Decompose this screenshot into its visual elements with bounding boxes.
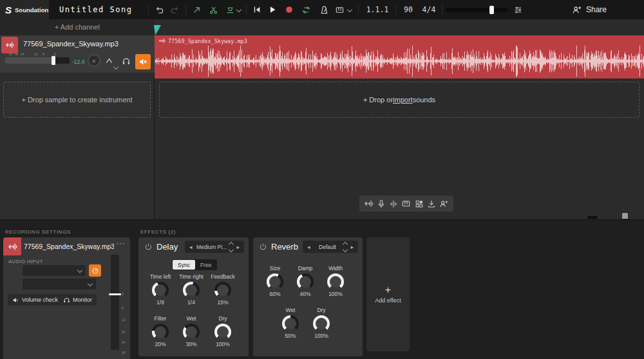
automation-dropdown-button[interactable]	[114, 60, 118, 71]
redo-button[interactable]	[167, 3, 182, 17]
drop-sounds-zone[interactable]: + Drop or import sounds	[159, 82, 639, 118]
knob-label: Dry	[208, 315, 238, 323]
record-mic-button[interactable]	[377, 199, 386, 208]
time-signature[interactable]: 4/4	[419, 0, 439, 19]
knob-dial[interactable]	[282, 315, 299, 332]
reverb-power-button[interactable]	[259, 243, 267, 251]
delay-wet-knob[interactable]: Wet 30%	[176, 315, 206, 349]
tool-dropdown-button[interactable]	[234, 3, 243, 17]
song-title[interactable]: Untitled Song	[54, 0, 132, 19]
chevron-up-icon	[343, 241, 348, 246]
automation-button[interactable]	[105, 57, 113, 65]
delay-time-left-knob[interactable]: Time left 1/8	[146, 273, 175, 307]
soundation-logo[interactable]: S Soundation	[0, 0, 49, 19]
reverb-damp-knob[interactable]: Damp 40%	[290, 265, 320, 299]
pan-knob[interactable]: c	[88, 54, 100, 67]
piano-roll-button[interactable]	[332, 3, 346, 17]
preset-prev-button[interactable]: ◂	[188, 244, 194, 250]
delay-preset-name[interactable]: Medium Pi...	[196, 244, 228, 250]
input-monitor-button[interactable]	[89, 264, 101, 277]
skip-to-start-button[interactable]	[250, 3, 264, 17]
grid-dropdown-button[interactable]	[345, 3, 354, 17]
knob-dial[interactable]	[327, 273, 344, 290]
playhead-marker[interactable]	[153, 25, 162, 35]
reverb-wet-knob[interactable]: Wet 50%	[276, 307, 305, 340]
knob-label: Damp	[290, 265, 320, 273]
master-volume-slider[interactable]	[446, 8, 507, 12]
input-level-fader[interactable]	[111, 255, 119, 350]
import-link[interactable]: import	[393, 96, 413, 104]
reverb-preset-name[interactable]: Default	[314, 244, 342, 250]
glue-icon	[225, 5, 235, 15]
master-settings-button[interactable]	[511, 3, 525, 17]
reverb-width-knob[interactable]: Width 100%	[321, 265, 350, 299]
cut-tool-button[interactable]	[206, 3, 220, 17]
loop-button[interactable]	[299, 3, 313, 17]
playhead-position[interactable]: 1.1.1	[362, 0, 393, 19]
channel-volume-slider[interactable]	[5, 57, 70, 64]
arrangement-area[interactable]: 77569_Spandex_Skyway.mp3 + Drop or impor…	[155, 19, 644, 219]
monitor-button[interactable]: Monitor	[59, 294, 97, 306]
channel-volume-handle[interactable]	[52, 56, 55, 65]
volume-check-button[interactable]: Volume check	[8, 294, 62, 306]
metronome-button[interactable]	[317, 3, 331, 17]
audio-input-channel-select[interactable]	[23, 279, 96, 290]
knob-dial[interactable]	[297, 273, 314, 290]
knob-value: 30%	[176, 341, 206, 349]
master-volume-handle[interactable]	[489, 6, 494, 14]
preset-next-button[interactable]: ▸	[235, 244, 241, 250]
preset-prev-button[interactable]: ◂	[306, 244, 312, 250]
channel-type-chip[interactable]	[1, 37, 18, 53]
invite-collaborator-button[interactable]	[439, 199, 449, 208]
timeline-scrollbar[interactable]	[587, 216, 598, 219]
track-menu-button[interactable]: ···	[116, 239, 126, 248]
headphones-icon	[63, 297, 70, 304]
audio-channel-strip[interactable]: 77569_Spandex_Skyway.mp3 6036241260 -12.…	[0, 35, 155, 73]
add-channel-button[interactable]: + Add channel	[0, 19, 155, 35]
select-tool-button[interactable]	[189, 3, 204, 17]
add-audio-button[interactable]	[389, 199, 398, 208]
channel-name[interactable]: 77569_Spandex_Skyway.mp3	[23, 40, 118, 48]
chevron-down-icon	[347, 7, 352, 12]
preset-stepper[interactable]	[229, 243, 233, 252]
knob-dial[interactable]	[214, 324, 231, 340]
import-file-button[interactable]	[427, 199, 436, 208]
delay-dry-knob[interactable]: Dry 100%	[208, 315, 238, 349]
knob-dial[interactable]	[183, 324, 200, 340]
preset-next-button[interactable]: ▸	[349, 244, 355, 250]
delay-time-right-knob[interactable]: Time right 1/4	[176, 273, 206, 307]
play-button[interactable]	[265, 3, 279, 17]
knob-dial[interactable]	[152, 324, 169, 340]
drop-sounds-prefix: + Drop or	[363, 96, 393, 104]
knob-dial[interactable]	[267, 273, 283, 290]
delay-feedback-knob[interactable]: Feedback 15%	[208, 273, 238, 307]
knob-dial[interactable]	[214, 282, 231, 299]
bpm-value[interactable]: 90	[399, 0, 417, 19]
input-level-handle[interactable]	[109, 293, 121, 295]
add-drum-machine-button[interactable]	[415, 199, 424, 208]
undo-button[interactable]	[152, 3, 166, 17]
drop-sample-zone[interactable]: + Drop sample to create instrument	[3, 82, 151, 118]
speaker-muted-icon	[138, 57, 147, 66]
delay-power-button[interactable]	[144, 243, 153, 251]
knob-dial[interactable]	[152, 282, 169, 299]
share-button[interactable]: Share	[572, 0, 607, 19]
sync-mode-button[interactable]: Sync	[173, 260, 195, 270]
add-effect-button[interactable]: + Add effect	[366, 237, 410, 351]
reverb-dry-knob[interactable]: Dry 100%	[307, 307, 336, 340]
reverb-size-knob[interactable]: Size 60%	[260, 265, 290, 299]
free-mode-button[interactable]: Free	[195, 260, 216, 270]
knob-dial[interactable]	[313, 315, 330, 332]
audio-clip[interactable]: 77569_Spandex_Skyway.mp3	[155, 35, 644, 78]
audio-input-device-select[interactable]	[23, 265, 86, 276]
mute-button[interactable]	[135, 54, 151, 69]
preset-stepper[interactable]	[343, 243, 347, 252]
add-instrument-button[interactable]	[401, 199, 411, 208]
add-audio-track-button[interactable]	[364, 199, 374, 208]
solo-button[interactable]	[122, 57, 131, 66]
delay-filter-knob[interactable]: Filter 20%	[146, 315, 175, 349]
zoom-handle[interactable]	[622, 213, 628, 219]
chevron-down-icon	[113, 64, 118, 69]
record-button[interactable]	[282, 3, 296, 17]
knob-dial[interactable]	[183, 282, 200, 299]
